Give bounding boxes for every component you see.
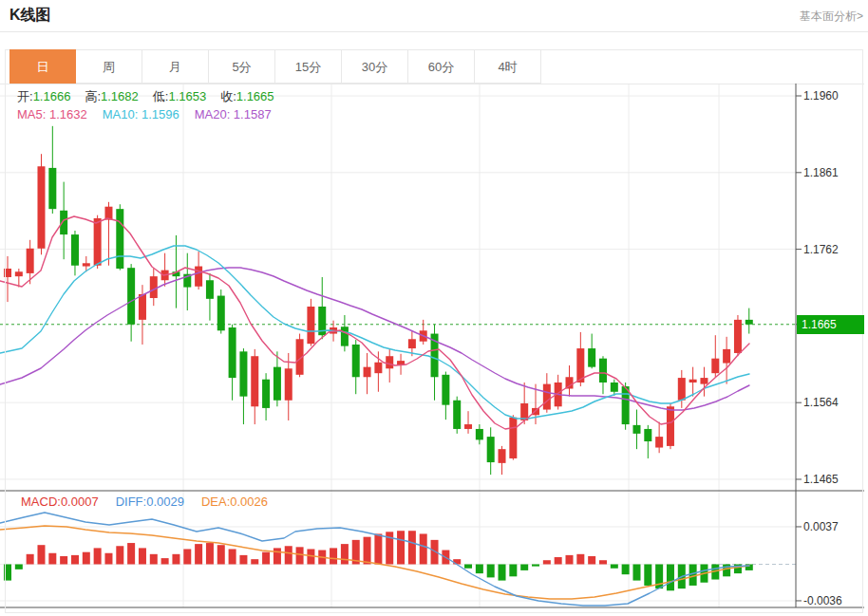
macd-bar — [644, 565, 651, 586]
candle-body — [83, 263, 90, 266]
candle-body — [599, 359, 607, 383]
candle-body — [622, 386, 630, 424]
macd-bar — [48, 553, 56, 565]
macd-bar — [195, 544, 202, 564]
macd-bar — [127, 543, 135, 564]
candle-body — [341, 327, 349, 345]
y-axis-label: 1.1465 — [803, 473, 839, 486]
candle-body — [476, 429, 483, 439]
candle-body — [700, 378, 708, 384]
macd-legend: MACD:0.0007DIFF:0.0029DEA:0.0026 — [21, 495, 268, 509]
y-axis-label: 1.1861 — [803, 166, 839, 179]
macd-bar — [689, 565, 697, 586]
ohlc-label: 低: — [153, 89, 169, 103]
y-axis-label: 1.1960 — [803, 89, 839, 103]
macd-bar — [183, 549, 191, 564]
candle-body — [723, 349, 730, 364]
tab-周[interactable]: 周 — [76, 49, 142, 84]
macd-bar — [60, 556, 67, 565]
macd-bar — [408, 531, 416, 564]
macd-bar — [420, 533, 427, 564]
macd-bar — [509, 565, 517, 577]
candle-body — [745, 320, 753, 325]
ohlc-value: 1.1666 — [33, 89, 71, 103]
macd-bar — [543, 560, 551, 564]
candle-body — [678, 378, 686, 401]
page-title: K线图 — [9, 6, 51, 26]
macd-bar — [262, 552, 270, 565]
tab-月[interactable]: 月 — [142, 49, 209, 84]
tab-5分[interactable]: 5分 — [209, 49, 275, 84]
ohlc-value: 1.1665 — [236, 89, 274, 103]
candle-body — [453, 401, 461, 429]
macd-bar — [532, 565, 539, 567]
macd-bar — [172, 554, 179, 565]
candle-body — [408, 339, 416, 348]
macd-bar — [499, 565, 506, 581]
candle-body — [15, 271, 23, 276]
candle-body — [307, 307, 314, 344]
candle-body — [499, 449, 506, 463]
ohlc-value: 1.1653 — [168, 89, 206, 103]
tab-15分[interactable]: 15分 — [275, 49, 342, 84]
candle-body — [711, 359, 719, 374]
candle-body — [734, 320, 742, 353]
macd-legend-item: DIFF:0.0029 — [116, 495, 184, 509]
tab-4时[interactable]: 4时 — [475, 49, 541, 84]
macd-bar — [83, 552, 90, 565]
ohlc-legend: 开:1.1666高:1.1682低:1.1653收:1.1665 — [17, 88, 274, 105]
ohlc-item: 收:1.1665 — [220, 88, 274, 105]
tab-60分[interactable]: 60分 — [408, 49, 475, 84]
macd-bar — [520, 565, 528, 570]
candle-body — [60, 211, 67, 234]
candle-body — [352, 345, 360, 377]
macd-bar — [588, 556, 595, 565]
candle-body — [195, 267, 202, 287]
macd-bar — [374, 533, 382, 564]
candle-body — [509, 418, 517, 458]
tab-日[interactable]: 日 — [9, 49, 76, 84]
candle-body — [442, 375, 449, 405]
y-axis-label: -0.0036 — [803, 594, 842, 607]
macd-bar — [632, 565, 640, 581]
macd-bar — [476, 565, 483, 574]
y-axis-label: 1.1762 — [803, 243, 839, 256]
macd-legend-item: MACD:0.0007 — [21, 495, 99, 509]
macd-bar — [576, 554, 584, 565]
macd-bar — [206, 543, 214, 564]
candle-body — [274, 367, 281, 401]
macd-bar — [37, 545, 45, 564]
macd-bar — [71, 555, 79, 565]
candle-body — [116, 209, 123, 269]
candle-body — [251, 356, 258, 406]
tab-30分[interactable]: 30分 — [342, 49, 408, 84]
macd-bar — [116, 546, 123, 564]
candle-body — [262, 380, 270, 408]
ma20-line — [0, 268, 749, 410]
macd-bar — [667, 565, 674, 591]
macd-bar — [239, 555, 247, 565]
ohlc-label: 开: — [17, 89, 33, 103]
candle-body — [611, 383, 618, 392]
candle-body — [139, 294, 146, 320]
candle-body — [487, 437, 495, 462]
macd-bar — [464, 565, 472, 569]
macd-bar — [251, 559, 258, 564]
candle-body — [588, 348, 595, 367]
macd-bar — [139, 548, 146, 564]
candle-body — [655, 437, 663, 447]
current-price-label: 1.1665 — [797, 315, 864, 334]
macd-bar — [599, 560, 607, 564]
ohlc-label: 高: — [85, 89, 101, 103]
ohlc-label: 收: — [220, 89, 236, 103]
candlestick-chart-canvas[interactable] — [0, 84, 868, 616]
candle-body — [71, 234, 79, 266]
candle-body — [104, 207, 112, 220]
current-price-value: 1.1665 — [802, 318, 837, 331]
y-axis-label: 0.0037 — [803, 520, 839, 533]
macd-bar — [622, 565, 630, 575]
candle-body — [632, 425, 640, 434]
y-axis-label: 1.1564 — [803, 396, 839, 409]
candle-body — [543, 384, 551, 410]
fundamental-analysis-link[interactable]: 基本面分析> — [800, 9, 863, 25]
